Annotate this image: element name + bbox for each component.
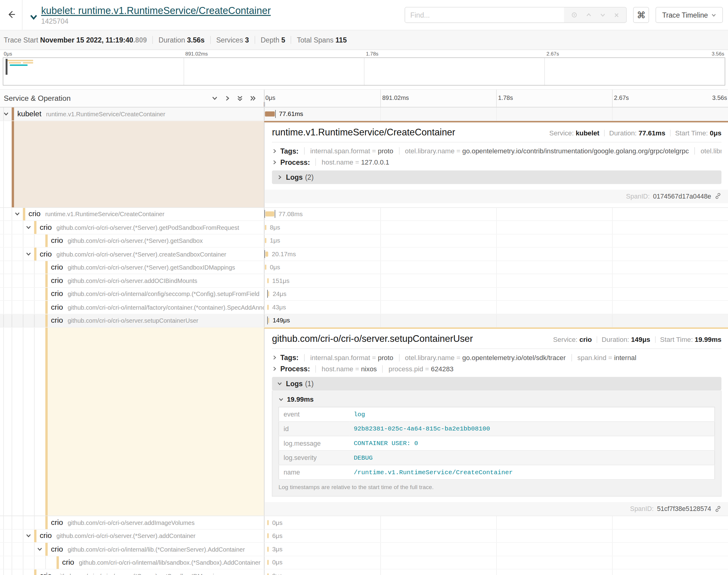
span-name-cell[interactable]: criogithub.com/cri-o/cri-o/internal/lib.… xyxy=(0,543,264,555)
span-row[interactable]: criogithub.com/cri-o/cri-o/internal/lib.… xyxy=(0,543,728,556)
back-button[interactable] xyxy=(0,0,23,30)
tag-item[interactable]: otel.library.name = go.opentelemetry.io/… xyxy=(399,147,694,155)
span-expand-chevron-icon[interactable] xyxy=(26,533,31,539)
span-duration-bar[interactable] xyxy=(265,265,266,270)
tag-item[interactable]: internal.span.format = proto xyxy=(304,147,399,155)
tags-row[interactable]: Tags:internal.span.format = protootel.li… xyxy=(272,147,721,155)
keyboard-shortcuts-button[interactable]: ⌘ xyxy=(633,7,649,23)
span-row[interactable]: criogithub.com/cri-o/cri-o/server.setupC… xyxy=(0,314,728,328)
locate-icon[interactable] xyxy=(571,11,578,19)
span-timeline-cell[interactable]: 151μs xyxy=(264,274,728,287)
span-duration-bar[interactable] xyxy=(267,573,268,575)
span-timeline-cell[interactable]: 0μs xyxy=(264,516,728,529)
span-row[interactable]: kubeletruntime.v1.RuntimeService/CreateC… xyxy=(0,107,728,121)
span-timeline-cell[interactable]: 77.61ms xyxy=(264,107,728,120)
span-row[interactable]: criogithub.com/cri-o/cri-o/server.(*Serv… xyxy=(0,234,728,248)
span-name-cell[interactable]: criogithub.com/cri-o/cri-o/server.(*Serv… xyxy=(0,530,264,542)
prev-match-icon[interactable] xyxy=(586,11,592,18)
deep-link-icon[interactable] xyxy=(714,505,721,512)
minimap-canvas[interactable] xyxy=(3,57,725,85)
span-name-cell[interactable]: criogithub.com/cri-o/cri-o/server.addOCI… xyxy=(0,274,264,287)
collapse-all-icon[interactable] xyxy=(250,95,256,101)
span-duration-bar[interactable] xyxy=(267,533,268,539)
collapse-one-icon[interactable] xyxy=(224,95,230,101)
span-duration-bar[interactable] xyxy=(267,546,268,552)
span-duration-bar[interactable] xyxy=(267,305,268,310)
span-duration-bar[interactable] xyxy=(267,560,268,565)
logs-accordion-header[interactable]: Logs(1) xyxy=(272,377,721,391)
span-row[interactable]: crioruntime.v1.RuntimeService/CreateCont… xyxy=(0,208,728,221)
span-name-cell[interactable]: criogithub.com/cri-o/cri-o/server.(*Serv… xyxy=(0,221,264,234)
span-name-cell[interactable]: criogithub.com/cri-o/cri-o/server.(*Serv… xyxy=(0,234,264,247)
find-input[interactable] xyxy=(405,8,564,23)
span-timeline-cell[interactable]: 0μs xyxy=(264,261,728,274)
span-expand-chevron-icon[interactable] xyxy=(3,111,9,116)
span-duration-bar[interactable] xyxy=(268,318,269,323)
span-row[interactable]: criogithub.com/cri-o/cri-o/server.(*Serv… xyxy=(0,221,728,234)
process-row[interactable]: Process:host.name = 127.0.0.1 xyxy=(272,158,721,166)
logs-accordion-header[interactable]: Logs(2) xyxy=(272,170,721,184)
trace-title-link[interactable]: kubelet: runtime.v1.RuntimeService/Creat… xyxy=(41,5,271,15)
span-timeline-cell[interactable]: 24μs xyxy=(264,288,728,300)
expand-one-icon[interactable] xyxy=(212,95,218,101)
span-duration-bar[interactable] xyxy=(267,520,268,525)
span-duration-bar[interactable] xyxy=(265,238,266,243)
span-name-cell[interactable]: criogithub.com/cri-o/cri-o/server.(*Serv… xyxy=(0,261,264,274)
span-timeline-cell[interactable]: 3μs xyxy=(264,543,728,555)
span-expand-chevron-icon[interactable] xyxy=(26,225,31,230)
span-duration-bar[interactable] xyxy=(265,212,274,217)
span-row[interactable]: criogithub.com/cri-o/cri-o/internal/lib/… xyxy=(0,556,728,570)
span-duration-bar[interactable] xyxy=(265,225,266,230)
span-duration-bar[interactable] xyxy=(268,292,269,297)
span-timeline-cell[interactable]: 77.08ms xyxy=(264,208,728,221)
span-name-cell[interactable]: criogithub.com/cri-o/cri-o/server.setupC… xyxy=(0,314,264,327)
span-expand-chevron-icon[interactable] xyxy=(26,251,31,257)
span-timeline-cell[interactable]: 0μs xyxy=(264,556,728,569)
span-name-cell[interactable]: criogithub.com/cri-o/cri-o/server.(*Serv… xyxy=(0,569,264,575)
span-expand-chevron-icon[interactable] xyxy=(14,211,20,217)
log-entry-header[interactable]: 19.99ms xyxy=(278,396,715,403)
tag-item[interactable]: otel.library.v… xyxy=(695,147,722,155)
tags-row[interactable]: Tags:internal.span.format = protootel.li… xyxy=(272,354,721,362)
minimap-scrubber-handle[interactable] xyxy=(5,59,7,75)
span-name-cell[interactable]: criogithub.com/cri-o/cri-o/internal/lib/… xyxy=(0,556,264,569)
tag-item[interactable]: host.name = nixos xyxy=(316,365,383,373)
tag-item[interactable]: host.name = 127.0.0.1 xyxy=(316,159,395,166)
tag-item[interactable]: span.kind = internal xyxy=(571,354,642,361)
span-row[interactable]: criogithub.com/cri-o/cri-o/internal/conf… xyxy=(0,288,728,301)
span-duration-bar[interactable] xyxy=(265,251,268,257)
clear-find-icon[interactable] xyxy=(614,12,620,18)
span-timeline-cell[interactable]: 149μs xyxy=(264,314,728,327)
span-row[interactable]: criogithub.com/cri-o/cri-o/server.(*Serv… xyxy=(0,530,728,543)
span-name-cell[interactable]: crioruntime.v1.RuntimeService/CreateCont… xyxy=(0,208,264,221)
tag-item[interactable]: internal.span.format = proto xyxy=(304,354,399,361)
span-timeline-cell[interactable]: 8μs xyxy=(264,221,728,234)
trace-collapse-chevron-icon[interactable] xyxy=(29,13,38,24)
span-timeline-cell[interactable]: 1μs xyxy=(264,234,728,247)
tag-item[interactable]: process.pid = 624283 xyxy=(383,365,459,373)
tag-item[interactable]: otel.library.name = go.opentelemetry.io/… xyxy=(399,354,571,361)
process-row[interactable]: Process:host.name = nixosprocess.pid = 6… xyxy=(272,365,721,373)
span-row[interactable]: criogithub.com/cri-o/cri-o/server.addOCI… xyxy=(0,274,728,288)
span-row[interactable]: criogithub.com/cri-o/cri-o/server.(*Serv… xyxy=(0,247,728,261)
span-row[interactable]: criogithub.com/cri-o/cri-o/server.(*Serv… xyxy=(0,569,728,575)
span-row[interactable]: criogithub.com/cri-o/cri-o/internal/fact… xyxy=(0,301,728,314)
span-row[interactable]: criogithub.com/cri-o/cri-o/server.(*Serv… xyxy=(0,261,728,274)
expand-all-icon[interactable] xyxy=(237,95,243,101)
view-selector-button[interactable]: Trace Timeline xyxy=(656,7,723,23)
next-match-icon[interactable] xyxy=(599,11,606,18)
deep-link-icon[interactable] xyxy=(714,193,721,199)
span-duration-bar[interactable] xyxy=(267,278,268,283)
span-name-cell[interactable]: criogithub.com/cri-o/cri-o/server.(*Serv… xyxy=(0,247,264,260)
span-row[interactable]: criogithub.com/cri-o/cri-o/server.addIma… xyxy=(0,516,728,530)
span-timeline-cell[interactable]: 0μs xyxy=(264,569,728,575)
span-name-cell[interactable]: kubeletruntime.v1.RuntimeService/CreateC… xyxy=(0,107,264,120)
span-timeline-cell[interactable]: 43μs xyxy=(264,301,728,314)
span-name-cell[interactable]: criogithub.com/cri-o/cri-o/internal/fact… xyxy=(0,301,264,314)
span-name-cell[interactable]: criogithub.com/cri-o/cri-o/internal/conf… xyxy=(0,288,264,300)
span-timeline-cell[interactable]: 6μs xyxy=(264,530,728,542)
span-expand-chevron-icon[interactable] xyxy=(37,546,42,552)
span-timeline-cell[interactable]: 20.17ms xyxy=(264,247,728,260)
span-duration-bar[interactable] xyxy=(265,111,274,116)
span-name-cell[interactable]: criogithub.com/cri-o/cri-o/server.addIma… xyxy=(0,516,264,529)
